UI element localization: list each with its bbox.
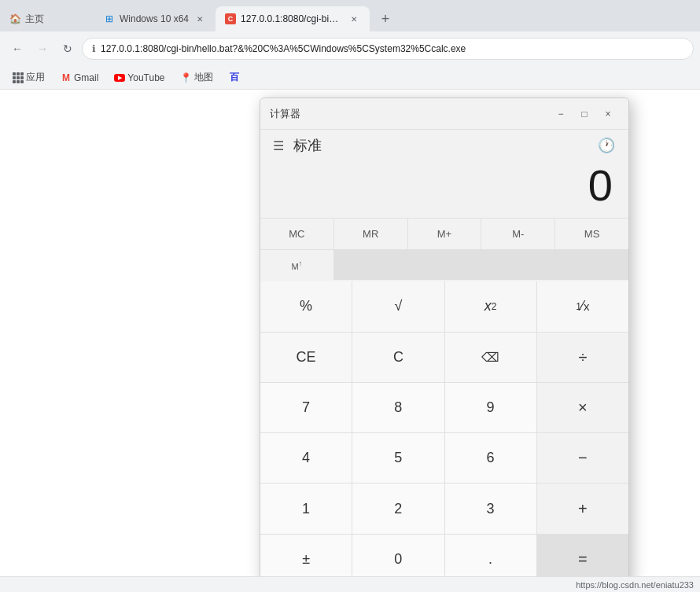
bookmark-youtube[interactable]: ▶ YouTube — [108, 70, 171, 86]
calc-buttons-grid: % √ x2 1⁄x CE C ⌫ ÷ 7 8 9 × 4 5 6 − — [260, 281, 628, 576]
tab-home[interactable]: 🏠 主页 — [0, 6, 94, 31]
calc-mr-button[interactable]: MR — [334, 219, 407, 249]
calc-header: ☰ 标准 🕐 — [260, 130, 628, 161]
calc-multiply-button[interactable]: × — [537, 383, 628, 432]
tab-bar: 🏠 主页 ⊞ Windows 10 x64 ✕ C 127.0.0.1:8080… — [0, 0, 700, 31]
windows-icon: ⊞ — [104, 13, 115, 24]
calc-history-button[interactable]: 🕐 — [594, 133, 619, 158]
calc-minimize-button[interactable]: − — [550, 103, 572, 125]
browser-window: 🏠 主页 ⊞ Windows 10 x64 ✕ C 127.0.0.1:8080… — [0, 0, 700, 592]
calc-add-button[interactable]: + — [537, 484, 628, 533]
calc-subtract-button[interactable]: − — [537, 433, 628, 483]
calc-memory-row: MC MR M+ M- MS M↑ — [260, 218, 628, 281]
address-text: 127.0.0.1:8080/cgi-bin/hello.bat?&%20C%3… — [101, 43, 683, 54]
bookmark-gmail[interactable]: M Gmail — [54, 70, 105, 86]
bookmark-maps[interactable]: 📍 地图 — [175, 68, 219, 86]
reload-button[interactable]: ↻ — [57, 38, 79, 60]
page-content: 计算器 − □ × ☰ 标准 🕐 0 MC MR M+ — [0, 90, 700, 576]
maps-icon: 📍 — [181, 72, 192, 83]
tab-windows[interactable]: ⊞ Windows 10 x64 ✕ — [94, 6, 216, 31]
calc-4-button[interactable]: 4 — [260, 433, 352, 483]
calc-titlebar: 计算器 − □ × — [260, 98, 628, 130]
calc-maximize-button[interactable]: □ — [573, 103, 595, 125]
home-icon: 🏠 — [9, 13, 20, 24]
calc-negate-button[interactable]: ± — [260, 535, 352, 576]
calc-6-button[interactable]: 6 — [445, 433, 536, 483]
back-button[interactable]: ← — [6, 38, 28, 60]
calc-9-button[interactable]: 9 — [445, 383, 536, 432]
forward-button[interactable]: → — [31, 38, 53, 60]
address-bar-row: ← → ↻ ℹ 127.0.0.1:8080/cgi-bin/hello.bat… — [0, 31, 700, 66]
calc-c-button[interactable]: C — [352, 333, 444, 382]
calc-window-controls: − □ × — [550, 103, 619, 125]
calc-0-button[interactable]: 0 — [352, 535, 444, 576]
status-url: https://blog.csdn.net/eniatu233 — [576, 580, 694, 590]
calc-mplus-button[interactable]: M+ — [408, 219, 481, 249]
gmail-icon: M — [61, 72, 72, 83]
calculator-window: 计算器 − □ × ☰ 标准 🕐 0 MC MR M+ — [260, 97, 629, 576]
youtube-icon: ▶ — [114, 74, 125, 82]
calc-5-button[interactable]: 5 — [352, 433, 444, 483]
calc-reciprocal-button[interactable]: 1⁄x — [537, 281, 628, 331]
calc-result: 0 — [276, 161, 613, 210]
calc-menu-icon[interactable]: ☰ — [270, 135, 287, 156]
calc-ms-button[interactable]: MS — [555, 219, 628, 249]
calc-ce-button[interactable]: CE — [260, 333, 352, 382]
bookmark-gmail-label: Gmail — [74, 72, 98, 83]
new-tab-button[interactable]: + — [373, 6, 398, 31]
status-bar: https://blog.csdn.net/eniatu233 — [0, 576, 700, 592]
calc-mminus-button[interactable]: M- — [481, 219, 554, 249]
calc-decimal-button[interactable]: . — [445, 535, 536, 576]
calc-mup-button[interactable]: M↑ — [260, 250, 333, 281]
calc-percent-button[interactable]: % — [260, 281, 352, 331]
tab-server-label: 127.0.0.1:8080/cgi-bin/hello.b... — [241, 13, 343, 24]
bookmark-youtube-label: YouTube — [127, 72, 164, 83]
calc-display: 0 — [260, 161, 628, 216]
lock-icon: ℹ — [92, 43, 96, 54]
calc-title: 计算器 — [270, 107, 300, 121]
calc-7-button[interactable]: 7 — [260, 383, 352, 432]
calc-equals-button[interactable]: = — [537, 535, 628, 576]
tab-server[interactable]: C 127.0.0.1:8080/cgi-bin/hello.b... ✕ — [216, 6, 370, 31]
calc-divide-button[interactable]: ÷ — [537, 333, 628, 382]
calc-8-button[interactable]: 8 — [352, 383, 444, 432]
calc-1-button[interactable]: 1 — [260, 484, 352, 533]
calc-sqrt-button[interactable]: √ — [352, 281, 444, 331]
calc-2-button[interactable]: 2 — [352, 484, 444, 533]
bookmark-apps[interactable]: 应用 — [6, 68, 51, 86]
bookmark-baidu[interactable]: 百 — [223, 70, 246, 86]
calc-square-button[interactable]: x2 — [445, 281, 536, 331]
apps-grid-icon — [13, 72, 24, 83]
bookmark-maps-label: 地图 — [194, 71, 213, 84]
tab-windows-close[interactable]: ✕ — [193, 13, 206, 25]
calc-backspace-button[interactable]: ⌫ — [445, 333, 536, 382]
calc-mode-label: 标准 — [293, 136, 322, 155]
bookmarks-bar: 应用 M Gmail ▶ YouTube 📍 地图 百 — [0, 66, 700, 90]
tab-server-close[interactable]: ✕ — [348, 13, 360, 25]
tab-home-label: 主页 — [25, 13, 85, 26]
address-bar[interactable]: ℹ 127.0.0.1:8080/cgi-bin/hello.bat?&%20C… — [82, 38, 694, 60]
baidu-icon: 百 — [229, 72, 240, 83]
calc-mc-button[interactable]: MC — [260, 219, 333, 249]
server-favicon: C — [225, 13, 236, 24]
calc-3-button[interactable]: 3 — [445, 484, 536, 533]
tab-windows-label: Windows 10 x64 — [120, 13, 189, 24]
calc-close-button[interactable]: × — [597, 103, 619, 125]
bookmark-apps-label: 应用 — [26, 71, 45, 84]
